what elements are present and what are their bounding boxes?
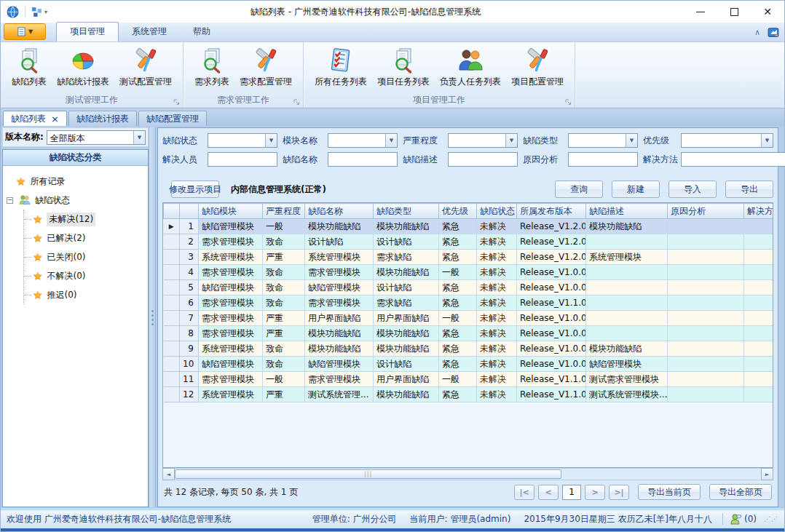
grid-cell[interactable]: 紧急 xyxy=(439,326,477,341)
first-page-button[interactable]: |< xyxy=(514,485,534,500)
grid-cell[interactable]: 模块功能缺陷 xyxy=(374,326,439,341)
grid-cell[interactable] xyxy=(744,341,774,357)
grid-header-9[interactable]: 解决方法 xyxy=(744,204,774,219)
scroll-left-icon[interactable]: ◄ xyxy=(162,468,175,480)
filter-input[interactable] xyxy=(328,152,398,167)
grid-cell[interactable] xyxy=(668,311,744,326)
grid-cell[interactable]: 需求管理模块 xyxy=(305,295,374,311)
grid-cell[interactable]: 未解决 xyxy=(477,311,517,326)
table-row[interactable]: 12系统管理模块严重测试系统管理...模块功能缺陷紧急未解决Release_V1… xyxy=(164,387,774,402)
grid-cell[interactable]: 需求管理模块 xyxy=(305,265,374,280)
ribbon-button[interactable]: 项目任务列表 xyxy=(372,45,435,90)
ribbon-tab-2[interactable]: 帮助 xyxy=(180,23,224,41)
chevron-down-icon[interactable]: ▼ xyxy=(505,134,517,147)
grid-header-8[interactable]: 原因分析 xyxy=(668,204,744,219)
grid-cell[interactable]: 未解决 xyxy=(477,250,517,265)
filter-input[interactable] xyxy=(568,152,638,167)
grid-cell[interactable]: 需求管理模块 xyxy=(199,295,263,311)
toolbar-button-新建[interactable]: 新建 xyxy=(612,180,660,198)
filter-select[interactable]: ▼ xyxy=(448,133,518,148)
grid-cell[interactable]: 缺陷管理模块 xyxy=(199,357,263,372)
grid-cell[interactable]: Release_V1.0.0 xyxy=(517,357,586,372)
last-page-button[interactable]: >| xyxy=(609,485,629,500)
grid-cell[interactable] xyxy=(744,295,774,311)
grid-cell[interactable] xyxy=(586,280,668,295)
grid-cell[interactable]: Release_V1.1.0 xyxy=(517,295,586,311)
document-tab-2[interactable]: 缺陷配置管理 xyxy=(138,111,207,126)
ribbon-button[interactable]: 需求配置管理 xyxy=(234,45,297,90)
table-row[interactable]: 4需求管理模块致命需求管理模块模块功能缺陷一般未解决Release_V1.0.0 xyxy=(164,265,774,280)
grid-cell[interactable]: 一般 xyxy=(439,265,477,280)
grid-cell[interactable]: 紧急 xyxy=(439,234,477,250)
row-selector-cell[interactable] xyxy=(164,372,180,387)
grid-cell[interactable]: 模块功能缺陷 xyxy=(374,341,439,357)
grid-cell[interactable]: 需求管理模块 xyxy=(199,311,263,326)
grid-cell[interactable]: 需求缺陷 xyxy=(374,250,439,265)
chevron-down-icon[interactable]: ▼ xyxy=(385,134,397,147)
grid-cell[interactable]: 需求管理模块 xyxy=(199,326,263,341)
tree-item[interactable]: ★不解决(0) xyxy=(24,266,145,285)
filter-input[interactable] xyxy=(208,152,277,167)
grid-cell[interactable] xyxy=(744,372,774,387)
grid-cell[interactable]: 一般 xyxy=(439,372,477,387)
message-count[interactable]: (0) xyxy=(744,514,757,524)
grid-cell[interactable]: Release_V1.1.0 xyxy=(517,372,586,387)
grid-cell[interactable]: 缺陷管理模块 xyxy=(305,357,374,372)
chevron-down-icon[interactable]: ▼ xyxy=(626,134,637,147)
grid-cell[interactable]: 缺陷管理模块 xyxy=(199,219,263,234)
chevron-down-icon[interactable]: ▼ xyxy=(133,131,145,144)
row-selector-cell[interactable] xyxy=(164,326,180,341)
grid-cell[interactable]: 严重 xyxy=(263,387,305,402)
chevron-down-icon[interactable]: ▼ xyxy=(761,134,773,147)
ribbon-tab-1[interactable]: 系统管理 xyxy=(119,23,180,41)
tree-item[interactable]: ★所有记录 xyxy=(6,172,145,191)
table-row[interactable]: 3系统管理模块严重系统管理模块需求缺陷紧急未解决Release_V1.2.0系统… xyxy=(164,250,774,265)
grid-cell[interactable]: 系统管理模块 xyxy=(199,341,263,357)
grid-header-5[interactable]: 缺陷状态 xyxy=(477,204,517,219)
grid-cell[interactable]: 设计缺陷 xyxy=(374,357,439,372)
collapse-ribbon-icon[interactable]: ∧ xyxy=(754,28,760,37)
grid-header-4[interactable]: 优先级 xyxy=(439,204,477,219)
ribbon-button[interactable]: 缺陷统计报表 xyxy=(52,45,114,90)
toolbar-button-导出[interactable]: 导出 xyxy=(725,180,773,198)
grid-cell[interactable]: Release_V1.0.0 xyxy=(517,311,586,326)
close-tab-icon[interactable]: × xyxy=(51,114,59,124)
row-selector-cell[interactable] xyxy=(164,295,180,311)
horizontal-scrollbar[interactable]: ◄ ||| ► xyxy=(162,468,773,480)
grid-cell[interactable]: 未解决 xyxy=(477,387,517,402)
grid-cell[interactable]: 缺陷管理模块 xyxy=(199,280,263,295)
ribbon-tab-0[interactable]: 项目管理 xyxy=(56,22,119,41)
row-selector-cell[interactable] xyxy=(164,250,180,265)
grid-cell[interactable] xyxy=(744,280,774,295)
grid-cell[interactable]: 致命 xyxy=(263,265,305,280)
grid-cell[interactable] xyxy=(668,372,744,387)
help-icon[interactable] xyxy=(768,26,780,39)
grid-cell[interactable]: Release_V1.2.0 xyxy=(517,250,586,265)
grid-cell[interactable] xyxy=(668,341,744,357)
grid-header-7[interactable]: 缺陷描述 xyxy=(586,204,668,219)
tree-item[interactable]: ★推迟(0) xyxy=(24,285,145,304)
grid-cell[interactable] xyxy=(586,311,668,326)
grid-cell[interactable]: 未解决 xyxy=(477,295,517,311)
grid-cell[interactable]: 设计缺陷 xyxy=(305,234,374,250)
grid-cell[interactable] xyxy=(586,326,668,341)
export-current-page-button[interactable]: 导出当前页 xyxy=(638,484,701,500)
grid-cell[interactable]: 系统管理模块 xyxy=(199,250,263,265)
grid-cell[interactable] xyxy=(744,265,774,280)
app-menu-button[interactable]: ▼ xyxy=(4,23,46,40)
grid-cell[interactable]: 测试系统管理模块... xyxy=(586,387,668,402)
collapse-node-icon[interactable]: − xyxy=(7,197,13,204)
row-selector-cell[interactable] xyxy=(164,311,180,326)
ribbon-button[interactable]: 缺陷列表 xyxy=(7,45,52,90)
grid-cell[interactable]: 一般 xyxy=(263,219,305,234)
modify-columns-button[interactable]: 修改显示项目 xyxy=(171,180,219,198)
toolbar-button-导入[interactable]: 导入 xyxy=(668,180,717,198)
grid-cell[interactable] xyxy=(668,326,744,341)
grid-cell[interactable] xyxy=(744,250,774,265)
grid-cell[interactable]: 测试需求管理模块 xyxy=(586,372,668,387)
grid-cell[interactable]: 紧急 xyxy=(439,341,477,357)
grid-cell[interactable]: 致命 xyxy=(263,234,305,250)
grid-cell[interactable]: 未解决 xyxy=(477,372,517,387)
grid-cell[interactable]: Release_V1.1.0 xyxy=(517,387,586,402)
grid-cell[interactable]: 一般 xyxy=(439,311,477,326)
